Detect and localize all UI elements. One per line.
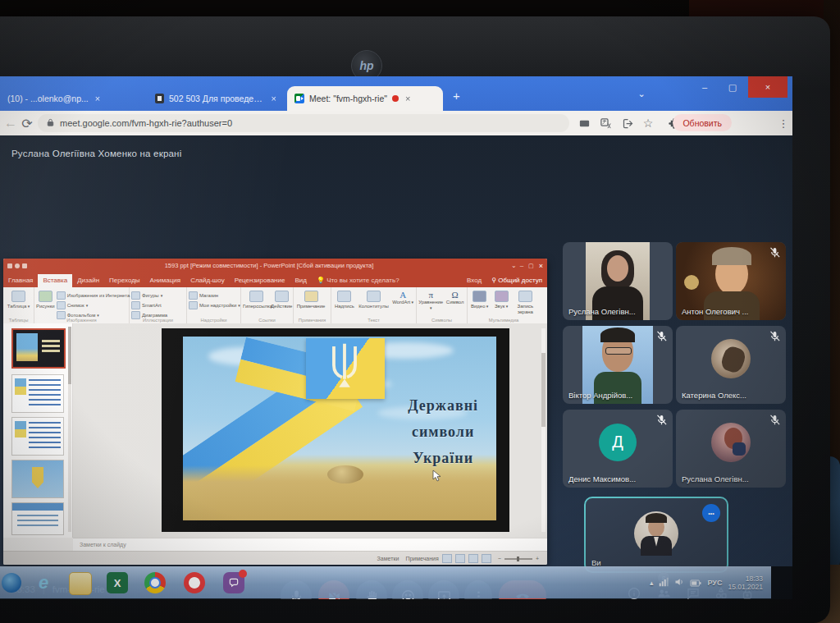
share-icon[interactable] [620, 116, 635, 131]
browser-menu-dots-icon[interactable]: ⋮ [776, 116, 791, 131]
quick-access-toolbar[interactable] [7, 263, 27, 268]
tab-view[interactable]: Вид [290, 274, 311, 287]
close-tab-icon[interactable]: × [405, 94, 410, 103]
ppt-close-button[interactable]: × [539, 262, 543, 270]
textbox-button[interactable]: Надпись [333, 290, 356, 309]
notes-pane[interactable]: Заметки к слайду [73, 538, 547, 551]
ppt-restore-button[interactable]: ▢ [528, 263, 534, 269]
tab-search-chevron-icon[interactable]: ⌄ [633, 83, 650, 104]
comment-button[interactable]: Примечание [295, 290, 326, 309]
close-tab-icon[interactable]: × [272, 94, 276, 103]
sign-in-link[interactable]: Вход [462, 274, 486, 287]
ppt-minimize-button[interactable]: – [520, 262, 523, 269]
hyperlink-icon [249, 291, 263, 302]
canvas-scrollbar[interactable] [541, 328, 546, 532]
network-icon[interactable] [659, 575, 669, 590]
slide-thumbnail-3[interactable] [11, 417, 64, 456]
equation-button[interactable]: πУравнение [418, 290, 443, 310]
chrome-update-button[interactable]: Обновить [673, 114, 732, 131]
translate-icon[interactable] [598, 116, 613, 131]
participant-tile[interactable]: Руслана Олегівн... [563, 242, 673, 320]
reading-view-icon[interactable] [468, 554, 478, 563]
back-icon[interactable]: ← [3, 116, 18, 131]
video-button[interactable]: Видео [469, 290, 490, 309]
comments-toggle[interactable]: Примечания [405, 556, 438, 561]
equation-pi-icon: π [418, 290, 443, 300]
viber-icon[interactable] [223, 572, 244, 593]
screen-recording-button[interactable]: Запись экрана [513, 290, 538, 314]
taskbar-clock[interactable]: 18:33 15.01.2021 [728, 575, 763, 591]
file-explorer-icon[interactable] [69, 572, 92, 595]
close-tab-icon[interactable]: × [95, 94, 100, 103]
slideshow-view-icon[interactable] [482, 554, 491, 563]
tab-transitions[interactable]: Переходы [104, 274, 145, 287]
slide-sorter-icon[interactable] [455, 554, 465, 563]
slide-thumbnail-2[interactable] [11, 374, 64, 413]
normal-view-icon[interactable] [442, 554, 452, 563]
smartart-button[interactable]: SmartArt [131, 301, 167, 309]
tab-insert-active[interactable]: Вставка [38, 274, 72, 287]
slide-title: Державні символи України [408, 392, 478, 471]
header-footer-button[interactable]: Колонтитулы [358, 290, 390, 309]
bookmark-star-icon[interactable]: ☆ [641, 116, 655, 131]
battery-icon[interactable] [690, 575, 701, 590]
current-slide[interactable]: Державні символи України [162, 328, 509, 532]
browser-tab-document[interactable]: 502 503 Для проведення годин × [148, 86, 284, 111]
new-tab-button[interactable]: + [453, 89, 460, 102]
powerpoint-ribbon: Таблица Таблицы Рисунки Изображения из И… [3, 287, 547, 324]
tab-design[interactable]: Дизайн [72, 274, 104, 287]
language-indicator[interactable]: РУС [707, 579, 722, 587]
hidden-icons-arrow[interactable]: ▴ [650, 579, 654, 587]
window-maximize-button[interactable]: ▢ [719, 76, 746, 98]
window-close-button[interactable]: × [748, 76, 788, 98]
zoom-slider[interactable] [504, 558, 532, 560]
volume-icon[interactable] [674, 575, 684, 590]
browser-e-icon[interactable]: e [33, 572, 54, 593]
zoom-in-button[interactable]: + [536, 556, 539, 561]
action-button[interactable]: Действие [271, 290, 292, 309]
participant-tile[interactable]: Руслана Олегівн... [676, 410, 786, 488]
symbol-button[interactable]: ΩСимвол [445, 290, 465, 305]
participant-avatar [711, 423, 751, 462]
opera-icon[interactable] [184, 572, 205, 593]
store-button[interactable]: Магазин [189, 291, 240, 300]
hyperlink-button[interactable]: Гиперссылка [243, 290, 269, 309]
audio-button[interactable]: Звук [491, 290, 510, 309]
window-minimize-button[interactable]: – [691, 76, 719, 98]
tab-home[interactable]: Главная [3, 274, 38, 287]
reload-icon[interactable]: ⟳ [20, 116, 34, 131]
media-controls-icon[interactable] [577, 116, 591, 131]
symbol-omega-icon: Ω [445, 290, 465, 300]
ribbon-options-icon[interactable]: ⌄ [511, 262, 517, 269]
slide-thumbnail-1-selected[interactable] [11, 328, 66, 369]
address-bar[interactable]: meet.google.com/fvm-hgxh-rie?authuser=0 [38, 114, 569, 132]
thumbnail-scrollbar[interactable] [68, 327, 71, 532]
pictures-button[interactable]: Рисунки [36, 290, 55, 309]
share-button[interactable]: ⚲ Общий доступ [486, 274, 547, 287]
participant-tile[interactable]: Віктор Андрійов... [563, 326, 673, 404]
zoom-out-button[interactable]: − [498, 556, 501, 561]
tell-me-box[interactable]: 💡 Что вы хотите сделать? [312, 274, 404, 287]
table-button[interactable]: Таблица [5, 290, 32, 309]
browser-tab-meet-active[interactable]: Meet: "fvm-hgxh-rie" × [287, 86, 443, 111]
participant-tile[interactable]: Антон Олегович ... [676, 242, 786, 320]
tab-slideshow[interactable]: Слайд-шоу [185, 274, 229, 287]
wordart-button[interactable]: АWordArt [391, 290, 414, 305]
browser-tab-mail[interactable]: (10) - ...olenko@np... × [0, 86, 144, 111]
slide-thumbnail-5[interactable] [11, 502, 64, 535]
participant-tile[interactable]: Катерина Олекс... [676, 326, 786, 404]
tile-options-button[interactable]: ••• [702, 504, 720, 522]
chrome-icon[interactable] [144, 572, 166, 593]
self-view-tile[interactable]: ••• Ви [584, 497, 728, 573]
tab-animations[interactable]: Анимация [145, 274, 186, 287]
start-button[interactable] [2, 573, 21, 593]
shapes-button[interactable]: Фигуры [131, 291, 167, 300]
online-pictures-button[interactable]: Изображения из Интернета [57, 291, 130, 300]
excel-icon[interactable]: X [107, 572, 128, 593]
notes-toggle[interactable]: Заметки [377, 556, 399, 561]
tab-review[interactable]: Рецензирование [230, 274, 290, 287]
my-addins-button[interactable]: Мои надстройки [189, 301, 240, 309]
participant-tile[interactable]: Д Денис Максимов... [563, 410, 673, 488]
slide-thumbnail-4[interactable] [11, 460, 64, 498]
screenshot-button[interactable]: Снимок [57, 301, 130, 309]
